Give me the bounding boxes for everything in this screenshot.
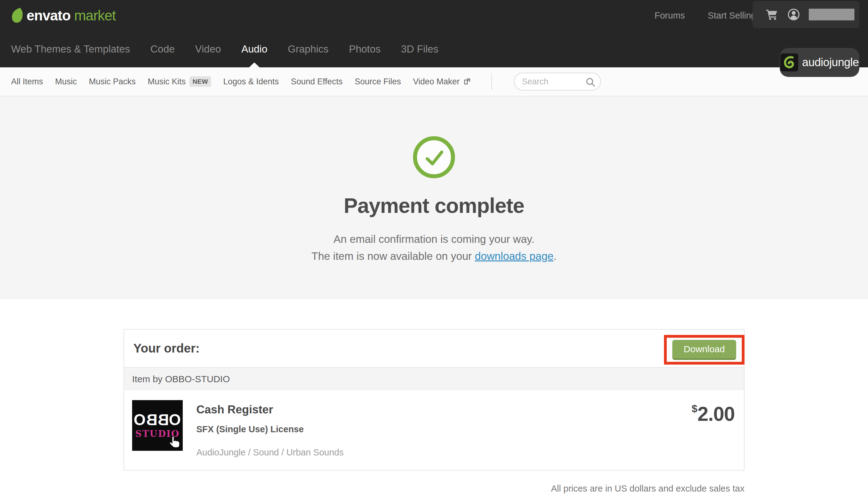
subnav-music-packs[interactable]: Music Packs bbox=[89, 77, 136, 87]
order-item-row: OBBO STUDIO Cash Register SFX (Single Us… bbox=[124, 390, 744, 470]
forums-link[interactable]: Forums bbox=[655, 10, 685, 21]
main-nav: Web Themes & Templates Code Video Audio … bbox=[0, 31, 868, 67]
download-highlight-frame: Download bbox=[664, 335, 745, 365]
audiojungle-badge[interactable]: audiojungle bbox=[780, 48, 859, 77]
site-header: envatomarket Forums Start Selling Our Pr… bbox=[0, 0, 868, 67]
nav-3d-files[interactable]: 3D Files bbox=[401, 31, 438, 67]
item-thumbnail[interactable]: OBBO STUDIO bbox=[132, 400, 183, 451]
subnav-video-maker[interactable]: Video Maker bbox=[413, 77, 471, 87]
item-author-label: Item by OBBO-STUDIO bbox=[132, 374, 230, 384]
nav-audio[interactable]: Audio bbox=[241, 31, 267, 67]
subnav-divider bbox=[492, 73, 492, 90]
new-badge: NEW bbox=[189, 76, 211, 87]
nav-web-themes[interactable]: Web Themes & Templates bbox=[11, 31, 130, 67]
confirmation-hero: Payment complete An email confirmation i… bbox=[0, 97, 868, 299]
success-check-icon bbox=[413, 136, 455, 178]
order-header-row: Your order: Download bbox=[124, 330, 744, 367]
account-panel bbox=[753, 1, 859, 28]
header-top-row: envatomarket Forums Start Selling Our Pr… bbox=[0, 0, 868, 31]
logo-text-envato: envato bbox=[27, 7, 70, 24]
subnav-all-items[interactable]: All Items bbox=[11, 77, 43, 87]
start-selling-link[interactable]: Start Selling bbox=[708, 10, 756, 21]
downloads-page-link[interactable]: downloads page bbox=[475, 250, 554, 262]
audiojungle-logo-icon bbox=[780, 53, 798, 71]
item-breadcrumb: AudioJungle / Sound / Urban Sounds bbox=[196, 447, 343, 457]
subnav-logos-idents[interactable]: Logos & Idents bbox=[223, 77, 279, 87]
subnav-video-maker-label: Video Maker bbox=[413, 77, 459, 87]
hand-cursor-icon bbox=[167, 436, 180, 449]
subnav-music-kits[interactable]: Music Kits NEW bbox=[148, 76, 211, 87]
confirmation-line2-text: The item is now available on your bbox=[311, 250, 475, 262]
thumbnail-text-obbo: OBBO bbox=[134, 412, 181, 427]
payment-complete-page: envatomarket Forums Start Selling Our Pr… bbox=[0, 0, 868, 503]
confirmation-line2-period: . bbox=[554, 250, 557, 262]
nav-video[interactable]: Video bbox=[195, 31, 221, 67]
subnav-music-kits-label: Music Kits bbox=[148, 77, 186, 87]
nav-graphics[interactable]: Graphics bbox=[288, 31, 329, 67]
search-box bbox=[514, 73, 601, 91]
item-title: Cash Register bbox=[196, 403, 343, 416]
user-avatar-icon[interactable] bbox=[788, 8, 799, 22]
subnav-source-files[interactable]: Source Files bbox=[355, 77, 401, 87]
confirmation-line2: The item is now available on your downlo… bbox=[0, 248, 868, 264]
item-price: $2.00 bbox=[692, 400, 735, 457]
search-icon[interactable] bbox=[586, 77, 596, 87]
audiojungle-badge-label: audiojungle bbox=[802, 56, 859, 69]
search-input[interactable] bbox=[522, 77, 584, 87]
subnav-sound-effects[interactable]: Sound Effects bbox=[291, 77, 343, 87]
order-title: Your order: bbox=[133, 341, 200, 355]
cart-icon[interactable] bbox=[765, 8, 778, 22]
download-button[interactable]: Download bbox=[672, 340, 736, 360]
envato-leaf-icon bbox=[11, 8, 23, 23]
prices-disclaimer: All prices are in US dollars and exclude… bbox=[123, 484, 745, 494]
item-license: SFX (Single Use) License bbox=[196, 424, 343, 434]
account-username-redacted[interactable] bbox=[809, 9, 855, 20]
envato-market-logo[interactable]: envatomarket bbox=[11, 7, 116, 24]
item-info: Cash Register SFX (Single Use) License A… bbox=[196, 400, 343, 457]
external-link-icon bbox=[463, 78, 471, 85]
order-summary-box: Your order: Download Item by OBBO-STUDIO… bbox=[123, 329, 745, 471]
category-subnav: All Items Music Music Packs Music Kits N… bbox=[0, 67, 868, 97]
subnav-music[interactable]: Music bbox=[55, 77, 77, 87]
logo-text-market: market bbox=[74, 7, 116, 24]
price-currency: $ bbox=[692, 403, 698, 414]
price-amount: 2.00 bbox=[697, 403, 735, 425]
nav-photos[interactable]: Photos bbox=[349, 31, 381, 67]
order-group-row: Item by OBBO-STUDIO bbox=[124, 367, 744, 390]
nav-code[interactable]: Code bbox=[150, 31, 175, 67]
confirmation-line1: An email confirmation is coming your way… bbox=[0, 231, 868, 248]
